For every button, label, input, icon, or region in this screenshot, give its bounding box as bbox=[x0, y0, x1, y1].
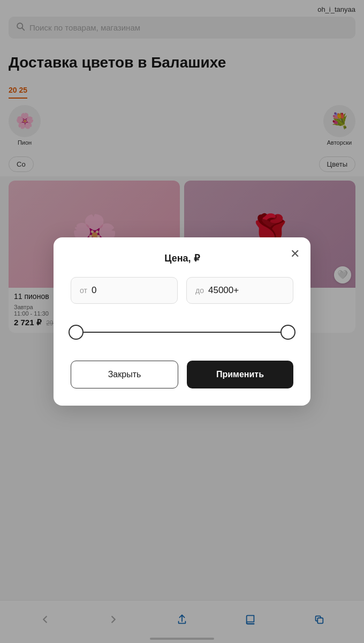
price-inputs: от 0 до 45000+ bbox=[71, 277, 293, 304]
price-from-value: 0 bbox=[92, 285, 96, 296]
modal-overlay: ✕ Цена, ₽ от 0 до 45000+ Закрыть Примени… bbox=[0, 0, 364, 643]
price-to-box[interactable]: до 45000+ bbox=[186, 277, 293, 304]
modal-close-icon[interactable]: ✕ bbox=[290, 247, 300, 261]
price-slider[interactable] bbox=[71, 319, 293, 346]
modal-title: Цена, ₽ bbox=[71, 252, 293, 264]
slider-thumb-right[interactable] bbox=[280, 325, 295, 340]
price-to-value: 45000+ bbox=[208, 285, 239, 296]
modal-buttons: Закрыть Применить bbox=[71, 361, 293, 388]
slider-track bbox=[76, 332, 288, 333]
price-to-label: до bbox=[195, 286, 204, 295]
price-filter-modal: ✕ Цена, ₽ от 0 до 45000+ Закрыть Примени… bbox=[54, 237, 310, 406]
price-from-box[interactable]: от 0 bbox=[71, 277, 178, 304]
price-from-label: от bbox=[80, 286, 87, 295]
close-modal-button[interactable]: Закрыть bbox=[71, 361, 178, 388]
apply-button[interactable]: Применить bbox=[187, 361, 293, 388]
slider-thumb-left[interactable] bbox=[69, 325, 84, 340]
